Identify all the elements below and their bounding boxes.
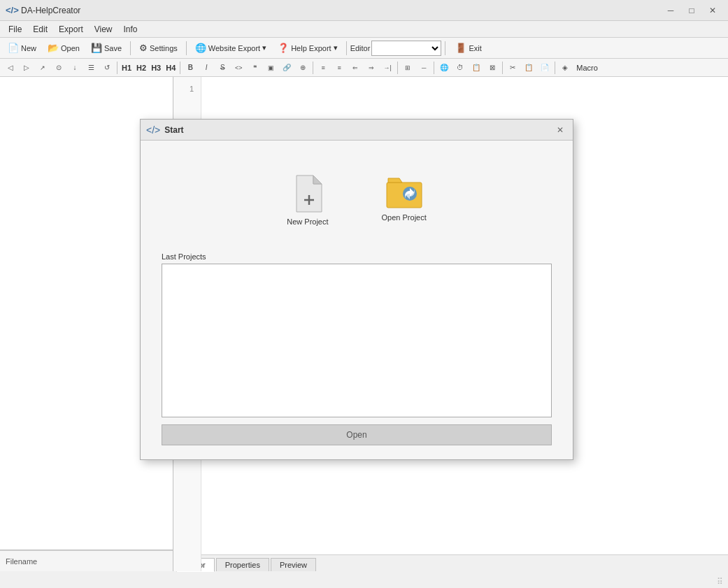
outdent-btn[interactable]: ⇐ <box>348 60 363 76</box>
tb2-back-btn[interactable]: ◁ <box>3 60 18 76</box>
exit-icon: 🚪 <box>455 43 466 53</box>
app-title: DA-HelpCreator <box>21 6 80 15</box>
help-export-button[interactable]: ❓ Help Export ▾ <box>273 40 342 57</box>
h2-button[interactable]: H2 <box>134 64 148 72</box>
hr-btn[interactable]: ─ <box>416 60 431 76</box>
menu-edit[interactable]: Edit <box>27 21 53 37</box>
italic-button[interactable]: I <box>199 60 214 76</box>
last-projects-label: Last Projects <box>162 252 552 261</box>
code-block-button[interactable]: ▣ <box>263 60 278 76</box>
strikethrough-button[interactable]: S <box>215 60 230 76</box>
main-toolbar: 📄 New 📂 Open 💾 Save ⚙ Settings 🌐 Website… <box>0 38 728 59</box>
open-project-item[interactable]: Open Project <box>376 168 432 231</box>
dialog-open-button[interactable]: Open <box>162 424 552 445</box>
macro-label: Macro <box>573 64 601 72</box>
menu-view[interactable]: View <box>89 21 118 37</box>
title-controls: ─ □ ✕ <box>661 3 722 17</box>
tb2-sep-5 <box>434 62 434 74</box>
table-btn[interactable]: ⊞ <box>400 60 415 76</box>
help-export-dropdown-icon: ▾ <box>334 43 338 52</box>
maximize-button[interactable]: □ <box>682 3 701 17</box>
main-area: Filename 1 Editor Properties Preview </>… <box>0 77 728 571</box>
dialog-body: New Project <box>141 141 573 459</box>
tb2-sep-7 <box>555 62 555 74</box>
toolbar-sep-1 <box>130 41 131 55</box>
new-project-label: New Project <box>287 217 328 226</box>
tb2-sep-3 <box>313 62 313 74</box>
tb2-down-btn[interactable]: ↓ <box>67 60 83 76</box>
anchor-button[interactable]: ⊕ <box>295 60 311 76</box>
new-project-icon <box>291 174 324 213</box>
new-project-item[interactable]: New Project <box>281 168 334 231</box>
title-bar: </> DA-HelpCreator ─ □ ✕ <box>0 0 728 21</box>
last-projects-section: Last Projects Open <box>155 252 559 445</box>
toolbar-sep-2 <box>186 41 187 55</box>
save-button[interactable]: 💾 Save <box>86 40 127 57</box>
tb2-list-btn[interactable]: ☰ <box>83 60 99 76</box>
settings-icon: ⚙ <box>139 43 148 53</box>
open-project-label: Open Project <box>382 213 427 222</box>
resize-handle[interactable]: ⠿ <box>717 577 725 585</box>
exit-button[interactable]: 🚪 Exit <box>449 40 487 57</box>
page-btn[interactable]: 📋 <box>469 60 484 76</box>
tb2-forward-btn[interactable]: ▷ <box>19 60 34 76</box>
ordered-list-btn[interactable]: ≡ <box>315 60 331 76</box>
tb2-sep-4 <box>397 62 398 74</box>
clock-btn[interactable]: ⏱ <box>452 60 468 76</box>
dialog-close-button[interactable]: ✕ <box>553 123 567 137</box>
globe-btn[interactable]: 🌐 <box>436 60 452 76</box>
toolbar-sep-3 <box>346 41 347 55</box>
menu-info[interactable]: Info <box>118 21 143 37</box>
format-toolbar: ◁ ▷ ↗ ⊙ ↓ ☰ ↺ H1 H2 H3 H4 B I S <> ❝ ▣ 🔗… <box>0 59 728 77</box>
save-icon: 💾 <box>91 43 102 53</box>
tb2-sep-2 <box>180 62 180 74</box>
code-button[interactable]: <> <box>231 60 246 76</box>
editor-select[interactable] <box>371 41 441 56</box>
icons-row: New Project <box>155 155 559 238</box>
website-export-button[interactable]: 🌐 Website Export ▾ <box>190 40 271 57</box>
copy-btn[interactable]: 📋 <box>521 60 536 76</box>
open-button[interactable]: 📂 Open <box>43 40 85 57</box>
close-button[interactable]: ✕ <box>703 3 722 17</box>
link-button[interactable]: 🔗 <box>279 60 294 76</box>
tb2-newpage-btn[interactable]: ↗ <box>35 60 50 76</box>
menu-bar: File Edit Export View Info <box>0 21 728 38</box>
new-icon: 📄 <box>8 43 19 53</box>
editor-label: Editor <box>350 44 371 52</box>
unordered-list-btn[interactable]: ≡ <box>331 60 347 76</box>
menu-export[interactable]: Export <box>53 21 89 37</box>
quote-button[interactable]: ❝ <box>247 60 262 76</box>
cross-btn[interactable]: ⊠ <box>485 60 500 76</box>
paste-btn[interactable]: 📄 <box>537 60 552 76</box>
website-export-icon: 🌐 <box>195 43 206 53</box>
bold-button[interactable]: B <box>183 60 198 76</box>
open-icon: 📂 <box>48 43 59 53</box>
h4-button[interactable]: H4 <box>164 64 178 72</box>
tb2-sep-6 <box>502 62 503 74</box>
start-dialog: </> Start ✕ <box>140 119 573 460</box>
cut-btn[interactable]: ✂ <box>505 60 520 76</box>
tb2-sep-1 <box>117 62 117 74</box>
new-button[interactable]: 📄 New <box>3 40 41 57</box>
toolbar-sep-4 <box>445 41 445 55</box>
tb2-view-btn[interactable]: ⊙ <box>51 60 66 76</box>
tb2-undo-btn[interactable]: ↺ <box>99 60 115 76</box>
app-icon: </> <box>6 5 17 16</box>
dialog-title-bar: </> Start ✕ <box>141 120 573 141</box>
minimize-button[interactable]: ─ <box>661 3 680 17</box>
open-project-icon <box>385 174 423 209</box>
align-btn[interactable]: →| <box>380 60 395 76</box>
help-export-icon: ❓ <box>278 43 289 53</box>
h3-button[interactable]: H3 <box>149 64 163 72</box>
menu-file[interactable]: File <box>3 21 27 37</box>
website-export-dropdown-icon: ▾ <box>262 43 266 52</box>
last-projects-list[interactable] <box>162 264 552 417</box>
dialog-overlay: </> Start ✕ <box>0 77 728 571</box>
indent-btn[interactable]: ⇒ <box>364 60 379 76</box>
h1-button[interactable]: H1 <box>120 64 134 72</box>
dialog-icon: </> <box>146 124 160 136</box>
diamond-btn[interactable]: ◈ <box>557 60 573 76</box>
dialog-title: Start <box>164 125 183 135</box>
settings-button[interactable]: ⚙ Settings <box>134 40 183 57</box>
